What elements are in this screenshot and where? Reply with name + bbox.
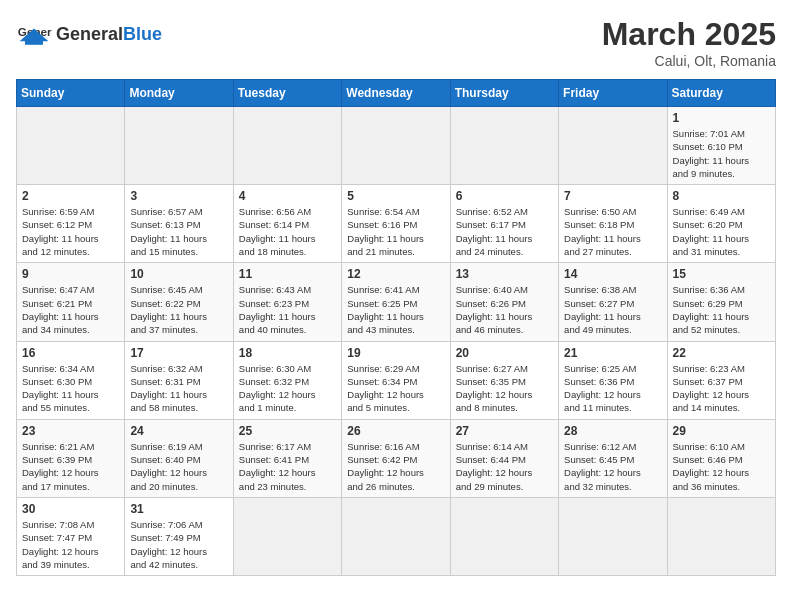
day-info: Sunrise: 6:36 AM Sunset: 6:29 PM Dayligh… xyxy=(673,283,770,336)
calendar-cell: 6Sunrise: 6:52 AM Sunset: 6:17 PM Daylig… xyxy=(450,185,558,263)
day-info: Sunrise: 6:10 AM Sunset: 6:46 PM Dayligh… xyxy=(673,440,770,493)
calendar-cell: 27Sunrise: 6:14 AM Sunset: 6:44 PM Dayli… xyxy=(450,419,558,497)
calendar-cell: 12Sunrise: 6:41 AM Sunset: 6:25 PM Dayli… xyxy=(342,263,450,341)
day-header-saturday: Saturday xyxy=(667,80,775,107)
calendar-week-6: 30Sunrise: 7:08 AM Sunset: 7:47 PM Dayli… xyxy=(17,497,776,575)
calendar-cell xyxy=(233,497,341,575)
day-info: Sunrise: 6:59 AM Sunset: 6:12 PM Dayligh… xyxy=(22,205,119,258)
calendar-cell: 25Sunrise: 6:17 AM Sunset: 6:41 PM Dayli… xyxy=(233,419,341,497)
calendar-cell xyxy=(17,107,125,185)
day-info: Sunrise: 6:29 AM Sunset: 6:34 PM Dayligh… xyxy=(347,362,444,415)
day-info: Sunrise: 6:12 AM Sunset: 6:45 PM Dayligh… xyxy=(564,440,661,493)
svg-rect-2 xyxy=(25,39,43,44)
calendar-week-5: 23Sunrise: 6:21 AM Sunset: 6:39 PM Dayli… xyxy=(17,419,776,497)
calendar-cell: 11Sunrise: 6:43 AM Sunset: 6:23 PM Dayli… xyxy=(233,263,341,341)
day-number: 10 xyxy=(130,267,227,281)
day-number: 26 xyxy=(347,424,444,438)
calendar-cell xyxy=(342,107,450,185)
calendar-cell: 14Sunrise: 6:38 AM Sunset: 6:27 PM Dayli… xyxy=(559,263,667,341)
calendar-cell: 24Sunrise: 6:19 AM Sunset: 6:40 PM Dayli… xyxy=(125,419,233,497)
day-info: Sunrise: 6:52 AM Sunset: 6:17 PM Dayligh… xyxy=(456,205,553,258)
day-number: 19 xyxy=(347,346,444,360)
calendar-cell: 21Sunrise: 6:25 AM Sunset: 6:36 PM Dayli… xyxy=(559,341,667,419)
day-number: 24 xyxy=(130,424,227,438)
calendar-cell xyxy=(559,497,667,575)
calendar-cell: 18Sunrise: 6:30 AM Sunset: 6:32 PM Dayli… xyxy=(233,341,341,419)
calendar-cell xyxy=(125,107,233,185)
calendar-cell: 2Sunrise: 6:59 AM Sunset: 6:12 PM Daylig… xyxy=(17,185,125,263)
calendar-table: SundayMondayTuesdayWednesdayThursdayFrid… xyxy=(16,79,776,576)
logo-text: GeneralBlue xyxy=(56,24,162,45)
day-header-sunday: Sunday xyxy=(17,80,125,107)
day-info: Sunrise: 6:57 AM Sunset: 6:13 PM Dayligh… xyxy=(130,205,227,258)
calendar-cell: 3Sunrise: 6:57 AM Sunset: 6:13 PM Daylig… xyxy=(125,185,233,263)
calendar-cell: 1Sunrise: 7:01 AM Sunset: 6:10 PM Daylig… xyxy=(667,107,775,185)
day-number: 15 xyxy=(673,267,770,281)
day-number: 5 xyxy=(347,189,444,203)
calendar-cell: 26Sunrise: 6:16 AM Sunset: 6:42 PM Dayli… xyxy=(342,419,450,497)
day-info: Sunrise: 6:56 AM Sunset: 6:14 PM Dayligh… xyxy=(239,205,336,258)
logo-icon: General xyxy=(16,16,52,52)
day-info: Sunrise: 6:45 AM Sunset: 6:22 PM Dayligh… xyxy=(130,283,227,336)
day-info: Sunrise: 6:41 AM Sunset: 6:25 PM Dayligh… xyxy=(347,283,444,336)
day-header-friday: Friday xyxy=(559,80,667,107)
location: Calui, Olt, Romania xyxy=(602,53,776,69)
day-number: 13 xyxy=(456,267,553,281)
calendar-cell: 15Sunrise: 6:36 AM Sunset: 6:29 PM Dayli… xyxy=(667,263,775,341)
day-number: 4 xyxy=(239,189,336,203)
day-number: 30 xyxy=(22,502,119,516)
day-info: Sunrise: 6:25 AM Sunset: 6:36 PM Dayligh… xyxy=(564,362,661,415)
day-number: 31 xyxy=(130,502,227,516)
day-number: 17 xyxy=(130,346,227,360)
calendar-cell: 29Sunrise: 6:10 AM Sunset: 6:46 PM Dayli… xyxy=(667,419,775,497)
day-number: 6 xyxy=(456,189,553,203)
day-number: 11 xyxy=(239,267,336,281)
day-info: Sunrise: 6:34 AM Sunset: 6:30 PM Dayligh… xyxy=(22,362,119,415)
day-number: 1 xyxy=(673,111,770,125)
day-number: 28 xyxy=(564,424,661,438)
day-info: Sunrise: 6:40 AM Sunset: 6:26 PM Dayligh… xyxy=(456,283,553,336)
day-info: Sunrise: 6:49 AM Sunset: 6:20 PM Dayligh… xyxy=(673,205,770,258)
calendar-cell xyxy=(342,497,450,575)
day-info: Sunrise: 6:38 AM Sunset: 6:27 PM Dayligh… xyxy=(564,283,661,336)
calendar-cell: 31Sunrise: 7:06 AM Sunset: 7:49 PM Dayli… xyxy=(125,497,233,575)
day-info: Sunrise: 6:27 AM Sunset: 6:35 PM Dayligh… xyxy=(456,362,553,415)
day-info: Sunrise: 6:47 AM Sunset: 6:21 PM Dayligh… xyxy=(22,283,119,336)
page-header: General GeneralBlue March 2025 Calui, Ol… xyxy=(16,16,776,69)
calendar-cell: 20Sunrise: 6:27 AM Sunset: 6:35 PM Dayli… xyxy=(450,341,558,419)
day-number: 8 xyxy=(673,189,770,203)
calendar-week-1: 1Sunrise: 7:01 AM Sunset: 6:10 PM Daylig… xyxy=(17,107,776,185)
day-number: 14 xyxy=(564,267,661,281)
calendar-cell xyxy=(233,107,341,185)
calendar-cell: 16Sunrise: 6:34 AM Sunset: 6:30 PM Dayli… xyxy=(17,341,125,419)
calendar-cell xyxy=(667,497,775,575)
day-header-thursday: Thursday xyxy=(450,80,558,107)
calendar-cell: 28Sunrise: 6:12 AM Sunset: 6:45 PM Dayli… xyxy=(559,419,667,497)
calendar-cell: 19Sunrise: 6:29 AM Sunset: 6:34 PM Dayli… xyxy=(342,341,450,419)
logo: General GeneralBlue xyxy=(16,16,162,52)
day-header-tuesday: Tuesday xyxy=(233,80,341,107)
day-info: Sunrise: 6:30 AM Sunset: 6:32 PM Dayligh… xyxy=(239,362,336,415)
title-block: March 2025 Calui, Olt, Romania xyxy=(602,16,776,69)
calendar-cell: 8Sunrise: 6:49 AM Sunset: 6:20 PM Daylig… xyxy=(667,185,775,263)
day-info: Sunrise: 6:23 AM Sunset: 6:37 PM Dayligh… xyxy=(673,362,770,415)
day-number: 21 xyxy=(564,346,661,360)
calendar-cell: 5Sunrise: 6:54 AM Sunset: 6:16 PM Daylig… xyxy=(342,185,450,263)
calendar-cell: 30Sunrise: 7:08 AM Sunset: 7:47 PM Dayli… xyxy=(17,497,125,575)
day-info: Sunrise: 6:43 AM Sunset: 6:23 PM Dayligh… xyxy=(239,283,336,336)
day-number: 29 xyxy=(673,424,770,438)
day-number: 12 xyxy=(347,267,444,281)
day-info: Sunrise: 6:14 AM Sunset: 6:44 PM Dayligh… xyxy=(456,440,553,493)
day-number: 9 xyxy=(22,267,119,281)
day-header-monday: Monday xyxy=(125,80,233,107)
day-number: 27 xyxy=(456,424,553,438)
calendar-cell: 17Sunrise: 6:32 AM Sunset: 6:31 PM Dayli… xyxy=(125,341,233,419)
calendar-cell xyxy=(450,107,558,185)
calendar-cell: 23Sunrise: 6:21 AM Sunset: 6:39 PM Dayli… xyxy=(17,419,125,497)
day-number: 20 xyxy=(456,346,553,360)
calendar-cell: 22Sunrise: 6:23 AM Sunset: 6:37 PM Dayli… xyxy=(667,341,775,419)
calendar-week-4: 16Sunrise: 6:34 AM Sunset: 6:30 PM Dayli… xyxy=(17,341,776,419)
day-number: 22 xyxy=(673,346,770,360)
day-info: Sunrise: 7:01 AM Sunset: 6:10 PM Dayligh… xyxy=(673,127,770,180)
calendar-week-2: 2Sunrise: 6:59 AM Sunset: 6:12 PM Daylig… xyxy=(17,185,776,263)
